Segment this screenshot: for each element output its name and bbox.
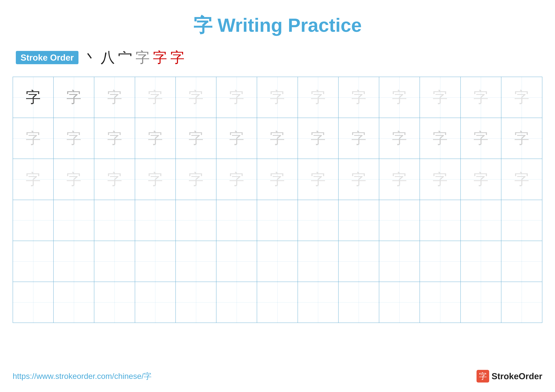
char-3-7: 字: [270, 172, 285, 187]
grid-cell-2-6[interactable]: 字: [216, 118, 257, 159]
grid-cell-3-9[interactable]: 字: [339, 159, 379, 200]
grid-cell-2-12[interactable]: 字: [461, 118, 501, 159]
char-3-2: 字: [66, 172, 81, 187]
grid-cell-4-9[interactable]: [339, 200, 379, 241]
grid-cell-5-12[interactable]: [461, 241, 501, 282]
grid-cell-6-3[interactable]: [94, 282, 135, 323]
grid-cell-5-4[interactable]: [135, 241, 176, 282]
grid-cell-1-7[interactable]: 字: [257, 77, 298, 118]
grid-cell-3-2[interactable]: 字: [54, 159, 94, 200]
grid-cell-6-8[interactable]: [298, 282, 339, 323]
footer-logo-text: StrokeOrder: [492, 371, 542, 381]
grid-cell-5-11[interactable]: [420, 241, 460, 282]
char-3-13: 字: [514, 172, 529, 187]
grid-cell-1-13[interactable]: 字: [501, 77, 542, 118]
grid-cell-2-4[interactable]: 字: [135, 118, 176, 159]
grid-cell-5-7[interactable]: [257, 241, 298, 282]
char-3-8: 字: [311, 172, 326, 187]
grid-cell-5-13[interactable]: [501, 241, 542, 282]
grid-cell-1-6[interactable]: 字: [216, 77, 257, 118]
char-2-12: 字: [473, 131, 488, 146]
grid-cell-4-12[interactable]: [461, 200, 501, 241]
grid-cell-2-13[interactable]: 字: [501, 118, 542, 159]
grid-cell-1-1[interactable]: 字: [13, 77, 54, 118]
grid-cell-6-9[interactable]: [339, 282, 379, 323]
grid-cell-6-2[interactable]: [54, 282, 94, 323]
grid-cell-1-8[interactable]: 字: [298, 77, 339, 118]
grid-cell-4-10[interactable]: [379, 200, 420, 241]
grid-cell-5-10[interactable]: [379, 241, 420, 282]
grid-cell-2-3[interactable]: 字: [94, 118, 135, 159]
grid-cell-2-2[interactable]: 字: [54, 118, 94, 159]
grid-cell-5-6[interactable]: [216, 241, 257, 282]
grid-cell-3-12[interactable]: 字: [461, 159, 501, 200]
grid-cell-3-7[interactable]: 字: [257, 159, 298, 200]
grid-cell-4-6[interactable]: [216, 200, 257, 241]
grid-cell-5-8[interactable]: [298, 241, 339, 282]
char-1-11: 字: [432, 90, 448, 105]
grid-cell-3-5[interactable]: 字: [176, 159, 216, 200]
footer-logo-icon: 字: [476, 370, 489, 383]
grid-cell-6-12[interactable]: [461, 282, 501, 323]
grid-cell-3-6[interactable]: 字: [216, 159, 257, 200]
footer-url[interactable]: https://www.strokeorder.com/chinese/字: [13, 371, 152, 382]
grid-cell-2-11[interactable]: 字: [420, 118, 460, 159]
grid-cell-6-5[interactable]: [176, 282, 216, 323]
grid-cell-1-10[interactable]: 字: [379, 77, 420, 118]
grid-cell-3-1[interactable]: 字: [13, 159, 54, 200]
char-1-5: 字: [189, 90, 204, 105]
grid-cell-2-9[interactable]: 字: [339, 118, 379, 159]
grid-cell-4-5[interactable]: [176, 200, 216, 241]
grid-cell-2-10[interactable]: 字: [379, 118, 420, 159]
stroke-order-badge: Stroke Order: [16, 51, 79, 64]
footer-logo-char: 字: [479, 371, 487, 382]
grid-cell-5-9[interactable]: [339, 241, 379, 282]
char-3-12: 字: [473, 172, 488, 187]
grid-cell-1-9[interactable]: 字: [339, 77, 379, 118]
grid-cell-3-8[interactable]: 字: [298, 159, 339, 200]
grid-cell-2-5[interactable]: 字: [176, 118, 216, 159]
grid-cell-1-3[interactable]: 字: [94, 77, 135, 118]
grid-cell-6-6[interactable]: [216, 282, 257, 323]
grid-cell-4-1[interactable]: [13, 200, 54, 241]
grid-cell-4-2[interactable]: [54, 200, 94, 241]
grid-cell-5-2[interactable]: [54, 241, 94, 282]
grid-cell-5-3[interactable]: [94, 241, 135, 282]
grid-cell-4-8[interactable]: [298, 200, 339, 241]
grid-cell-2-8[interactable]: 字: [298, 118, 339, 159]
grid-cell-4-4[interactable]: [135, 200, 176, 241]
grid-cell-1-11[interactable]: 字: [420, 77, 460, 118]
grid-cell-4-11[interactable]: [420, 200, 460, 241]
grid-cell-1-2[interactable]: 字: [54, 77, 94, 118]
grid-cell-3-3[interactable]: 字: [94, 159, 135, 200]
char-1-9: 字: [351, 90, 366, 105]
grid-cell-1-4[interactable]: 字: [135, 77, 176, 118]
grid-cell-6-10[interactable]: [379, 282, 420, 323]
grid-cell-4-7[interactable]: [257, 200, 298, 241]
grid-cell-1-12[interactable]: 字: [461, 77, 501, 118]
grid-cell-5-5[interactable]: [176, 241, 216, 282]
grid-cell-2-7[interactable]: 字: [257, 118, 298, 159]
char-3-1: 字: [26, 172, 41, 187]
grid-cell-4-13[interactable]: [501, 200, 542, 241]
grid-cell-6-4[interactable]: [135, 282, 176, 323]
grid-cell-6-7[interactable]: [257, 282, 298, 323]
char-3-9: 字: [351, 172, 366, 187]
char-1-13: 字: [514, 90, 529, 105]
grid-cell-6-11[interactable]: [420, 282, 460, 323]
grid-cell-6-13[interactable]: [501, 282, 542, 323]
grid-cell-5-1[interactable]: [13, 241, 54, 282]
grid-cell-1-5[interactable]: 字: [176, 77, 216, 118]
grid-cell-6-1[interactable]: [13, 282, 54, 323]
grid-cell-3-4[interactable]: 字: [135, 159, 176, 200]
grid-cell-4-3[interactable]: [94, 200, 135, 241]
grid-cell-3-10[interactable]: 字: [379, 159, 420, 200]
char-1-3: 字: [107, 90, 122, 105]
grid-row-5: [13, 241, 542, 282]
char-3-5: 字: [189, 172, 204, 187]
char-2-4: 字: [148, 131, 163, 146]
grid-cell-3-13[interactable]: 字: [501, 159, 542, 200]
grid-cell-2-1[interactable]: 字: [13, 118, 54, 159]
grid-cell-3-11[interactable]: 字: [420, 159, 460, 200]
char-2-11: 字: [432, 131, 448, 146]
